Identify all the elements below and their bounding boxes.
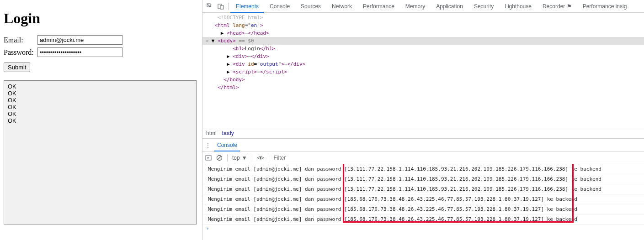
login-page: Login Email: Password: Submit OK OK OK O… (0, 0, 202, 240)
output-line: OK (8, 104, 192, 111)
tab-performance[interactable]: Performance (357, 0, 400, 13)
dom-html-open[interactable]: <html lang="en"> (202, 21, 644, 29)
console-prompt[interactable]: › (202, 224, 644, 232)
clear-console-icon[interactable] (216, 155, 223, 161)
tab-memory[interactable]: Memory (400, 0, 431, 13)
execute-icon[interactable] (205, 155, 212, 161)
tab-elements[interactable]: Elements (230, 0, 264, 13)
devtools-tabbar: Elements Console Sources Network Perform… (202, 0, 644, 13)
console-drawer-tab[interactable]: Console (214, 139, 240, 151)
output-box: OK OK OK OK OK OK (4, 80, 197, 224)
dom-breadcrumb[interactable]: html body (202, 128, 644, 139)
email-row: Email: (4, 35, 198, 45)
svg-line-5 (218, 156, 221, 160)
console-message: Mengirim email [admin@jocki.me] dan pass… (202, 164, 644, 174)
context-selector[interactable]: top ▼ (232, 155, 247, 161)
password-label: Password: (4, 48, 37, 57)
tab-network[interactable]: Network (326, 0, 357, 13)
password-row: Password: (4, 47, 198, 57)
inspect-icon[interactable] (204, 1, 215, 12)
dom-doctype[interactable]: <!DOCTYPE html> (202, 14, 644, 21)
output-line: OK (8, 83, 192, 90)
chevron-down-icon: ▼ (242, 155, 247, 161)
breadcrumb-html[interactable]: html (206, 130, 217, 136)
dom-body-open[interactable]: ⋯ ▼ <body> == $0 (202, 37, 644, 45)
output-line: OK (8, 90, 192, 97)
output-line: OK (8, 118, 192, 125)
console-toolbar: top ▼ (202, 151, 644, 164)
kebab-icon[interactable]: ⋮ (205, 142, 211, 148)
dom-script[interactable]: ▶ <script>⋯</script> (202, 68, 644, 76)
dom-div1[interactable]: ▶ <div>⋯</div> (202, 52, 644, 60)
dom-div-output[interactable]: ▶ <div id="output">⋯</div> (202, 60, 644, 68)
dom-h1[interactable]: <h1>Login</h1> (202, 45, 644, 52)
output-line: OK (8, 111, 192, 118)
page-title: Login (4, 10, 198, 27)
dom-head[interactable]: ▶ <head>⋯</head> (202, 29, 644, 37)
email-label: Email: (4, 36, 37, 44)
divider (227, 154, 228, 162)
console-message: Mengirim email [admin@jocki.me] dan pass… (202, 214, 644, 224)
output-line: OK (8, 97, 192, 104)
console-message: Mengirim email [admin@jocki.me] dan pass… (202, 184, 644, 194)
breadcrumb-body[interactable]: body (222, 130, 234, 136)
tab-security[interactable]: Security (468, 0, 499, 13)
devtools-panel: Elements Console Sources Network Perform… (202, 0, 644, 240)
console-body[interactable]: Mengirim email [admin@jocki.me] dan pass… (202, 164, 644, 240)
console-message: Mengirim email [admin@jocki.me] dan pass… (202, 174, 644, 184)
console-message: Mengirim email [admin@jocki.me] dan pass… (202, 204, 644, 214)
device-toggle-icon[interactable] (215, 1, 226, 12)
divider (228, 3, 229, 10)
dom-html-close[interactable]: </html> (202, 83, 644, 91)
divider (269, 154, 269, 162)
submit-button[interactable]: Submit (4, 63, 30, 72)
login-form: Email: Password: Submit (4, 35, 198, 72)
password-input[interactable] (37, 47, 122, 57)
tab-console[interactable]: Console (264, 0, 295, 13)
tab-lighthouse[interactable]: Lighthouse (499, 0, 537, 13)
tab-recorder[interactable]: Recorder ⚑ (537, 0, 577, 13)
tab-perf-insights[interactable]: Performance insig (577, 0, 633, 13)
divider (252, 154, 252, 162)
tab-sources[interactable]: Sources (295, 0, 326, 13)
svg-point-6 (260, 157, 261, 159)
dom-tree[interactable]: <!DOCTYPE html> <html lang="en"> ▶ <head… (202, 13, 644, 128)
console-drawer-header: ⋮ Console (202, 139, 644, 151)
email-input[interactable] (37, 35, 122, 45)
dom-body-close[interactable]: </body> (202, 76, 644, 83)
svg-rect-2 (220, 5, 224, 9)
console-message: Mengirim email [admin@jocki.me] dan pass… (202, 194, 644, 204)
tab-application[interactable]: Application (431, 0, 468, 13)
console-filter-input[interactable] (274, 155, 329, 161)
eye-icon[interactable] (257, 155, 264, 161)
